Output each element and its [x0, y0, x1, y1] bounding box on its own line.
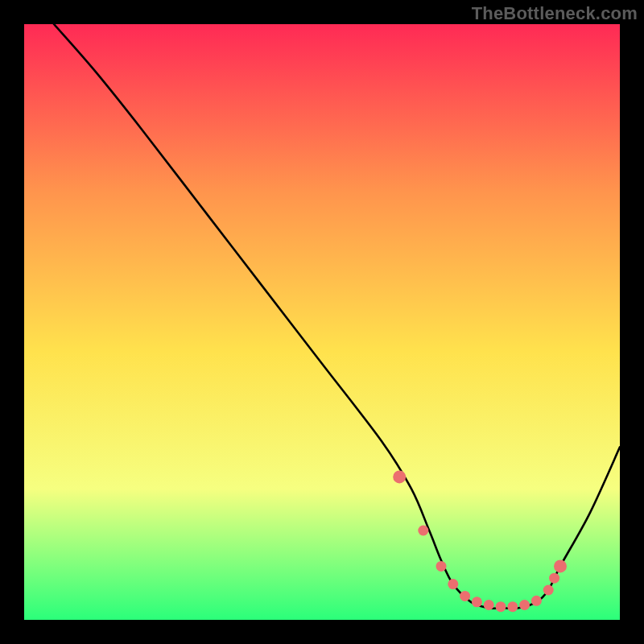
highlight-dot	[507, 601, 518, 612]
chart-svg	[24, 24, 620, 620]
plot-area	[24, 24, 620, 620]
chart-frame: TheBottleneck.com	[0, 0, 644, 644]
gradient-background	[24, 24, 620, 620]
highlight-dot	[484, 600, 494, 610]
highlight-dot	[496, 601, 506, 612]
highlight-dot	[519, 600, 530, 610]
highlight-dot	[531, 596, 542, 606]
highlight-dot	[393, 470, 406, 483]
highlight-dot	[436, 561, 447, 572]
highlight-dot	[460, 591, 470, 601]
highlight-dot	[543, 585, 554, 596]
highlight-dot	[418, 526, 428, 536]
highlight-dot	[549, 573, 559, 584]
watermark-text: TheBottleneck.com	[472, 3, 638, 24]
highlight-dot	[554, 559, 567, 572]
highlight-dot	[472, 597, 482, 607]
highlight-dot	[448, 579, 458, 589]
